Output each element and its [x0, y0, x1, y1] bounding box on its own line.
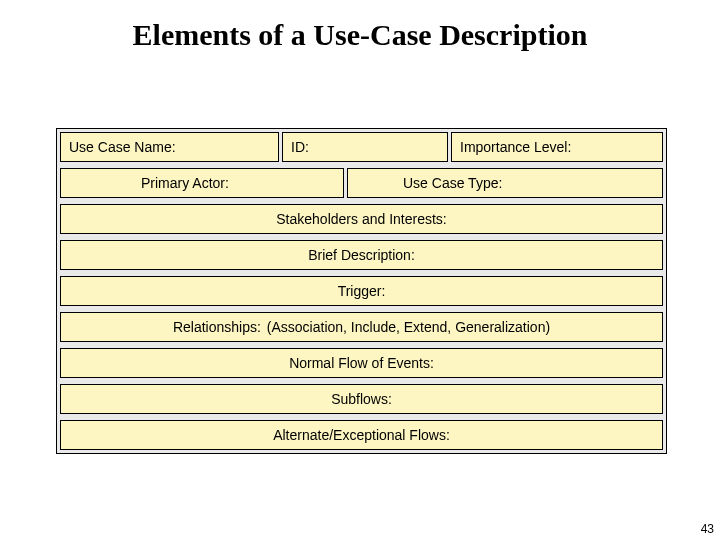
cell-subflows: Subflows:: [60, 384, 663, 414]
cell-use-case-name: Use Case Name:: [60, 132, 279, 162]
cell-id: ID:: [282, 132, 448, 162]
cell-primary-actor: Primary Actor:: [60, 168, 344, 198]
cell-brief-description: Brief Description:: [60, 240, 663, 270]
relationships-label: Relationships:: [173, 319, 261, 335]
row-alternate-flows: Alternate/Exceptional Flows:: [57, 417, 666, 453]
cell-use-case-type: Use Case Type:: [347, 168, 663, 198]
slide-title: Elements of a Use-Case Description: [0, 0, 720, 52]
row-header-1: Use Case Name: ID: Importance Level:: [57, 129, 666, 165]
row-stakeholders: Stakeholders and Interests:: [57, 201, 666, 237]
row-header-2: Primary Actor: Use Case Type:: [57, 165, 666, 201]
cell-relationships: Relationships: (Association, Include, Ex…: [60, 312, 663, 342]
cell-trigger: Trigger:: [60, 276, 663, 306]
cell-normal-flow: Normal Flow of Events:: [60, 348, 663, 378]
row-trigger: Trigger:: [57, 273, 666, 309]
row-subflows: Subflows:: [57, 381, 666, 417]
cell-importance-level: Importance Level:: [451, 132, 663, 162]
cell-alternate-flows: Alternate/Exceptional Flows:: [60, 420, 663, 450]
relationships-value: (Association, Include, Extend, Generaliz…: [267, 319, 550, 335]
cell-stakeholders: Stakeholders and Interests:: [60, 204, 663, 234]
row-relationships: Relationships: (Association, Include, Ex…: [57, 309, 666, 345]
row-normal-flow: Normal Flow of Events:: [57, 345, 666, 381]
page-number: 43: [701, 522, 714, 536]
row-brief-description: Brief Description:: [57, 237, 666, 273]
use-case-elements-table: Use Case Name: ID: Importance Level: Pri…: [56, 128, 667, 454]
